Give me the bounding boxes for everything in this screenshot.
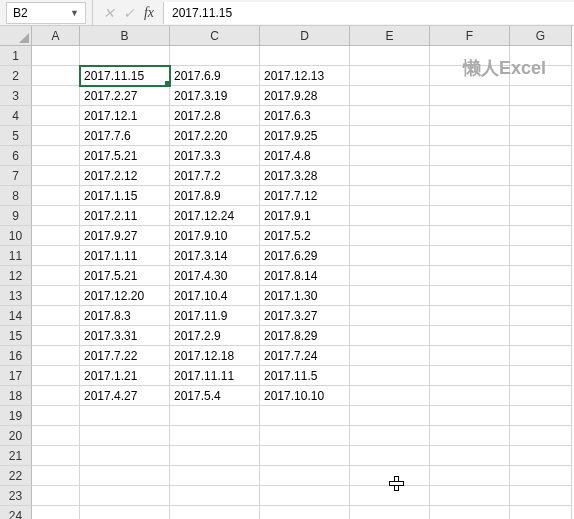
cell-B14[interactable]: 2017.8.3 xyxy=(80,306,170,326)
cell-B2[interactable]: 2017.11.15 xyxy=(80,66,170,86)
cell-B17[interactable]: 2017.1.21 xyxy=(80,366,170,386)
cell-B23[interactable] xyxy=(80,486,170,506)
cell-F5[interactable] xyxy=(430,126,510,146)
cell-C7[interactable]: 2017.7.2 xyxy=(170,166,260,186)
cell-D16[interactable]: 2017.7.24 xyxy=(260,346,350,366)
cell-E9[interactable] xyxy=(350,206,430,226)
row-header-14[interactable]: 14 xyxy=(0,306,32,326)
cell-F14[interactable] xyxy=(430,306,510,326)
cell-C11[interactable]: 2017.3.14 xyxy=(170,246,260,266)
cell-D7[interactable]: 2017.3.28 xyxy=(260,166,350,186)
cell-B12[interactable]: 2017.5.21 xyxy=(80,266,170,286)
col-header-F[interactable]: F xyxy=(430,26,510,46)
cell-E13[interactable] xyxy=(350,286,430,306)
cell-D2[interactable]: 2017.12.13 xyxy=(260,66,350,86)
row-header-6[interactable]: 6 xyxy=(0,146,32,166)
cell-C14[interactable]: 2017.11.9 xyxy=(170,306,260,326)
cell-B21[interactable] xyxy=(80,446,170,466)
cell-A6[interactable] xyxy=(32,146,80,166)
cell-G5[interactable] xyxy=(510,126,572,146)
cell-A4[interactable] xyxy=(32,106,80,126)
cell-G11[interactable] xyxy=(510,246,572,266)
cell-D11[interactable]: 2017.6.29 xyxy=(260,246,350,266)
cell-A22[interactable] xyxy=(32,466,80,486)
cell-D18[interactable]: 2017.10.10 xyxy=(260,386,350,406)
cell-E23[interactable] xyxy=(350,486,430,506)
cell-G7[interactable] xyxy=(510,166,572,186)
cell-A14[interactable] xyxy=(32,306,80,326)
cell-G16[interactable] xyxy=(510,346,572,366)
cell-C13[interactable]: 2017.10.4 xyxy=(170,286,260,306)
cell-E16[interactable] xyxy=(350,346,430,366)
cell-E17[interactable] xyxy=(350,366,430,386)
cell-C5[interactable]: 2017.2.20 xyxy=(170,126,260,146)
cell-F4[interactable] xyxy=(430,106,510,126)
cell-G10[interactable] xyxy=(510,226,572,246)
cell-A15[interactable] xyxy=(32,326,80,346)
cell-E5[interactable] xyxy=(350,126,430,146)
cell-G19[interactable] xyxy=(510,406,572,426)
cell-F17[interactable] xyxy=(430,366,510,386)
cell-F16[interactable] xyxy=(430,346,510,366)
cell-A13[interactable] xyxy=(32,286,80,306)
cell-E19[interactable] xyxy=(350,406,430,426)
formula-input[interactable] xyxy=(163,2,574,24)
cell-C6[interactable]: 2017.3.3 xyxy=(170,146,260,166)
cell-B11[interactable]: 2017.1.11 xyxy=(80,246,170,266)
cell-A8[interactable] xyxy=(32,186,80,206)
cell-E21[interactable] xyxy=(350,446,430,466)
row-header-7[interactable]: 7 xyxy=(0,166,32,186)
cell-B4[interactable]: 2017.12.1 xyxy=(80,106,170,126)
row-header-9[interactable]: 9 xyxy=(0,206,32,226)
row-header-1[interactable]: 1 xyxy=(0,46,32,66)
row-header-22[interactable]: 22 xyxy=(0,466,32,486)
cell-D21[interactable] xyxy=(260,446,350,466)
row-header-19[interactable]: 19 xyxy=(0,406,32,426)
row-header-13[interactable]: 13 xyxy=(0,286,32,306)
row-header-23[interactable]: 23 xyxy=(0,486,32,506)
cell-E15[interactable] xyxy=(350,326,430,346)
row-header-24[interactable]: 24 xyxy=(0,506,32,519)
cell-D13[interactable]: 2017.1.30 xyxy=(260,286,350,306)
cell-F15[interactable] xyxy=(430,326,510,346)
cell-E3[interactable] xyxy=(350,86,430,106)
cell-F12[interactable] xyxy=(430,266,510,286)
chevron-down-icon[interactable]: ▼ xyxy=(70,8,79,18)
cell-D19[interactable] xyxy=(260,406,350,426)
fx-icon[interactable]: fx xyxy=(139,3,159,23)
cell-B13[interactable]: 2017.12.20 xyxy=(80,286,170,306)
row-header-5[interactable]: 5 xyxy=(0,126,32,146)
cell-B22[interactable] xyxy=(80,466,170,486)
cell-B3[interactable]: 2017.2.27 xyxy=(80,86,170,106)
row-header-10[interactable]: 10 xyxy=(0,226,32,246)
cell-F24[interactable] xyxy=(430,506,510,519)
cell-B1[interactable] xyxy=(80,46,170,66)
cell-C9[interactable]: 2017.12.24 xyxy=(170,206,260,226)
cell-A20[interactable] xyxy=(32,426,80,446)
cell-A19[interactable] xyxy=(32,406,80,426)
cell-F21[interactable] xyxy=(430,446,510,466)
row-header-15[interactable]: 15 xyxy=(0,326,32,346)
cell-E11[interactable] xyxy=(350,246,430,266)
cell-G23[interactable] xyxy=(510,486,572,506)
cell-D14[interactable]: 2017.3.27 xyxy=(260,306,350,326)
cell-B10[interactable]: 2017.9.27 xyxy=(80,226,170,246)
cell-G8[interactable] xyxy=(510,186,572,206)
cell-C2[interactable]: 2017.6.9 xyxy=(170,66,260,86)
cell-B20[interactable] xyxy=(80,426,170,446)
cancel-icon[interactable]: ✕ xyxy=(99,3,119,23)
cell-F7[interactable] xyxy=(430,166,510,186)
row-header-8[interactable]: 8 xyxy=(0,186,32,206)
cell-G18[interactable] xyxy=(510,386,572,406)
cell-G15[interactable] xyxy=(510,326,572,346)
cell-A12[interactable] xyxy=(32,266,80,286)
cell-B8[interactable]: 2017.1.15 xyxy=(80,186,170,206)
cell-D1[interactable] xyxy=(260,46,350,66)
cell-E14[interactable] xyxy=(350,306,430,326)
cell-C1[interactable] xyxy=(170,46,260,66)
col-header-D[interactable]: D xyxy=(260,26,350,46)
cell-E10[interactable] xyxy=(350,226,430,246)
name-box[interactable]: B2 ▼ xyxy=(6,2,86,24)
cell-C21[interactable] xyxy=(170,446,260,466)
cell-E6[interactable] xyxy=(350,146,430,166)
